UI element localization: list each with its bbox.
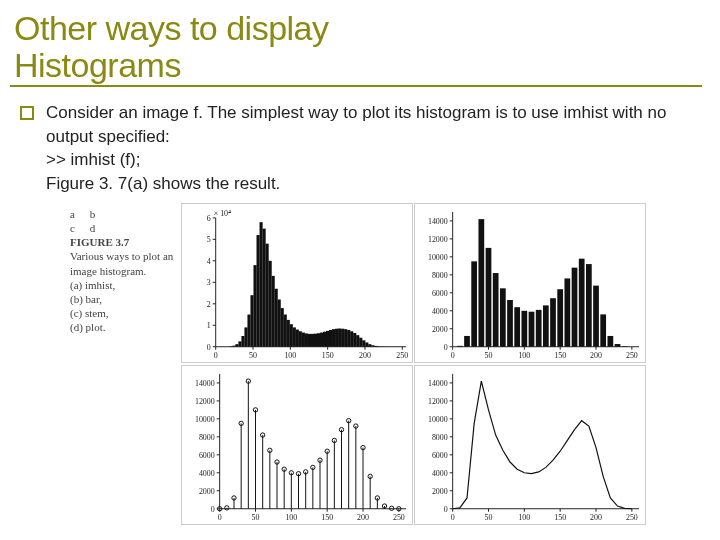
svg-rect-39: [305, 334, 308, 347]
bullet-text-block: Consider an image f. The simplest way to…: [46, 101, 686, 195]
figure-3-7: a bc d FIGURE 3.7 Various ways to plot a…: [70, 203, 646, 525]
svg-text:250: 250: [626, 513, 638, 522]
svg-rect-89: [500, 289, 506, 347]
code-line: >> imhist (f);: [46, 150, 140, 169]
svg-rect-60: [368, 344, 371, 347]
svg-rect-100: [579, 259, 585, 347]
svg-rect-31: [281, 308, 284, 347]
svg-rect-18: [241, 336, 244, 347]
svg-rect-24: [260, 222, 263, 347]
svg-rect-23: [257, 235, 260, 347]
svg-rect-34: [290, 324, 293, 347]
svg-text:0: 0: [444, 505, 448, 514]
svg-text:150: 150: [554, 351, 566, 360]
svg-rect-20: [247, 315, 250, 347]
svg-rect-86: [478, 219, 484, 347]
caption-item-b: (b) bar,: [70, 292, 178, 306]
svg-text:8000: 8000: [199, 433, 215, 442]
slide-title: Other ways to display Histograms: [14, 10, 702, 83]
svg-text:100: 100: [284, 351, 296, 360]
svg-rect-87: [486, 248, 492, 347]
svg-text:10000: 10000: [195, 415, 215, 424]
panel-letters: a bc d: [70, 207, 178, 235]
svg-rect-15: [232, 346, 235, 347]
svg-text:12000: 12000: [428, 397, 448, 406]
svg-rect-101: [586, 264, 592, 347]
svg-text:2000: 2000: [432, 325, 448, 334]
svg-text:14000: 14000: [428, 379, 448, 388]
svg-rect-32: [284, 315, 287, 347]
svg-rect-96: [550, 298, 556, 347]
svg-rect-50: [338, 329, 341, 347]
svg-rect-99: [572, 268, 578, 347]
svg-text:250: 250: [393, 513, 405, 522]
caption-item-d: (d) plot.: [70, 320, 178, 334]
svg-rect-95: [543, 306, 549, 347]
svg-text:0: 0: [207, 343, 211, 352]
svg-text:6000: 6000: [432, 289, 448, 298]
svg-rect-88: [493, 273, 499, 347]
svg-text:150: 150: [321, 513, 333, 522]
svg-text:6000: 6000: [432, 451, 448, 460]
svg-text:14000: 14000: [428, 217, 448, 226]
svg-text:4000: 4000: [432, 307, 448, 316]
svg-rect-85: [471, 262, 477, 347]
svg-rect-42: [314, 334, 317, 347]
svg-rect-103: [600, 315, 606, 347]
svg-text:14000: 14000: [195, 379, 215, 388]
svg-rect-90: [507, 300, 513, 347]
svg-rect-93: [529, 312, 535, 347]
title-underline: [10, 85, 702, 87]
svg-text:× 10⁴: × 10⁴: [214, 209, 231, 218]
svg-rect-105: [615, 344, 621, 347]
chart-b-bar: 0501001502002500200040006000800010000120…: [414, 203, 646, 363]
svg-text:10000: 10000: [428, 253, 448, 262]
svg-text:8000: 8000: [432, 433, 448, 442]
svg-text:200: 200: [590, 513, 602, 522]
svg-text:200: 200: [359, 351, 371, 360]
svg-rect-37: [299, 332, 302, 347]
caption-item-a: (a) imhist,: [70, 278, 178, 292]
svg-rect-84: [464, 336, 470, 347]
svg-text:50: 50: [252, 513, 260, 522]
svg-rect-58: [362, 341, 365, 347]
svg-rect-17: [238, 342, 241, 347]
svg-text:200: 200: [590, 351, 602, 360]
svg-rect-51: [341, 329, 344, 347]
svg-rect-104: [607, 336, 613, 347]
svg-text:150: 150: [322, 351, 334, 360]
svg-text:100: 100: [518, 513, 530, 522]
svg-text:12000: 12000: [195, 397, 215, 406]
figure-number: FIGURE 3.7: [70, 236, 129, 248]
chart-a-imhist: 0501001502002500123456× 10⁴: [181, 203, 413, 363]
svg-rect-94: [536, 310, 542, 347]
svg-rect-52: [344, 329, 347, 347]
svg-rect-22: [253, 265, 256, 347]
svg-text:6: 6: [207, 214, 211, 223]
svg-text:6000: 6000: [199, 451, 215, 460]
svg-text:8000: 8000: [432, 271, 448, 280]
bullet-sentence: Consider an image f. The simplest way to…: [46, 103, 666, 145]
svg-rect-83: [457, 346, 463, 347]
svg-text:5: 5: [207, 236, 211, 245]
svg-text:200: 200: [357, 513, 369, 522]
svg-text:10000: 10000: [428, 415, 448, 424]
bullet-marker: [20, 106, 34, 120]
svg-text:4000: 4000: [199, 469, 215, 478]
svg-rect-48: [332, 329, 335, 347]
svg-rect-91: [514, 307, 520, 347]
svg-text:0: 0: [211, 505, 215, 514]
chart-d-plot: 0501001502002500200040006000800010000120…: [414, 365, 646, 525]
svg-rect-45: [323, 332, 326, 347]
svg-text:1: 1: [207, 321, 211, 330]
svg-rect-33: [287, 320, 290, 347]
svg-rect-41: [311, 334, 314, 347]
svg-rect-43: [317, 333, 320, 347]
svg-text:3: 3: [207, 279, 211, 288]
svg-rect-92: [521, 311, 527, 347]
svg-rect-98: [564, 279, 570, 347]
svg-rect-30: [278, 300, 281, 347]
caption-item-c: (c) stem,: [70, 306, 178, 320]
title-line-2: Histograms: [14, 46, 181, 84]
svg-rect-56: [356, 335, 359, 347]
